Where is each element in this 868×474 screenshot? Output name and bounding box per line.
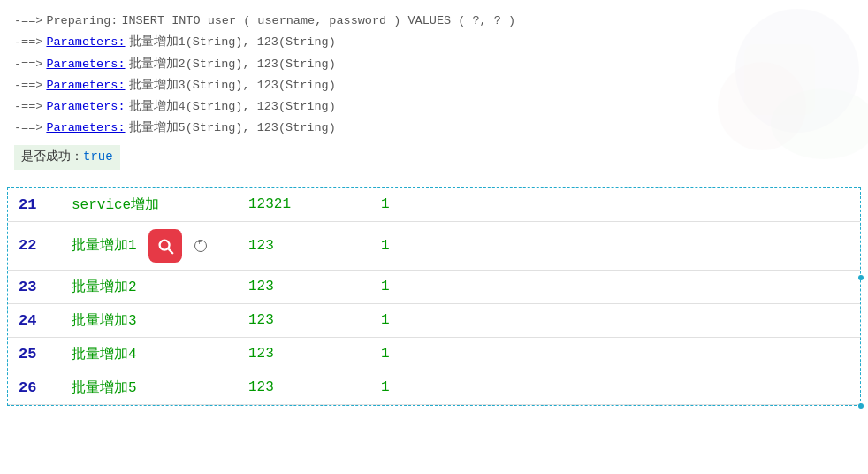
cell-username-24: 批量增加3 (61, 303, 238, 337)
success-label: 是否成功： (21, 149, 83, 164)
cell-extra-24 (441, 303, 860, 337)
log-section: -==> Preparing: INSERT INTO user ( usern… (0, 0, 868, 180)
table-row: 23 批量增加2 123 1 (8, 270, 860, 303)
cell-id-22: 22 (8, 221, 61, 270)
cell-id-21: 21 (8, 188, 61, 222)
username-text-22: 批量增加1 (72, 238, 137, 254)
arrow-5: -==> (14, 118, 42, 139)
table-row: 22 批量增加1 + 123 1 (8, 221, 860, 270)
arrow-1: -==> (14, 32, 42, 53)
cell-username-23: 批量增加2 (61, 270, 238, 303)
cell-id-23: 23 (8, 270, 61, 303)
table-row: 21 service增加 12321 1 (8, 188, 860, 222)
svg-point-4 (160, 240, 170, 249)
table-row: 25 批量增加4 123 1 (8, 337, 860, 371)
cell-password-25: 123 (238, 337, 370, 371)
parameters-value-3: 批量增加3(String), 123(String) (129, 75, 336, 96)
cell-status-25: 1 (370, 337, 441, 371)
resize-handle-mid (858, 275, 864, 280)
cell-extra-25 (441, 337, 860, 371)
cell-id-26: 26 (8, 371, 61, 404)
success-badge: 是否成功：true (14, 145, 120, 170)
cell-password-21: 12321 (238, 188, 370, 222)
cell-password-23: 123 (238, 270, 370, 303)
cell-extra-21 (441, 188, 860, 222)
log-param-line-1: -==> Parameters: 批量增加1(String), 123(Stri… (14, 32, 854, 53)
cell-status-26: 1 (370, 371, 441, 404)
log-preparing-line: -==> Preparing: INSERT INTO user ( usern… (14, 11, 854, 32)
cell-username-21: service增加 (61, 188, 238, 222)
data-table: 21 service增加 12321 1 22 批量增加1 (8, 188, 860, 405)
parameters-label-3[interactable]: Parameters: (46, 75, 125, 96)
cell-status-23: 1 (370, 270, 441, 303)
cell-status-21: 1 (370, 188, 441, 222)
parameters-value-4: 批量增加4(String), 123(String) (129, 96, 336, 118)
cell-password-22: 123 (238, 221, 370, 270)
search-icon (156, 236, 175, 256)
parameters-label-2[interactable]: Parameters: (46, 54, 125, 75)
cell-username-25: 批量增加4 (61, 337, 238, 371)
cell-extra-22 (441, 221, 860, 270)
arrow-preparing: -==> (14, 11, 42, 32)
cell-status-22: 1 (370, 221, 441, 270)
cell-password-24: 123 (238, 303, 370, 337)
log-param-line-3: -==> Parameters: 批量增加3(String), 123(Stri… (14, 75, 854, 96)
success-line: 是否成功：true (14, 143, 854, 170)
success-value: true (83, 149, 113, 164)
cursor-crosshair: + (194, 240, 207, 252)
cell-extra-26 (441, 371, 860, 404)
cell-username-26: 批量增加5 (61, 371, 238, 404)
arrow-3: -==> (14, 75, 42, 96)
parameters-label-1[interactable]: Parameters: (46, 32, 125, 53)
preparing-label: Preparing: (46, 11, 118, 32)
parameters-label-4[interactable]: Parameters: (46, 96, 125, 118)
cell-password-26: 123 (238, 371, 370, 404)
preparing-content: INSERT INTO user ( username, password ) … (121, 11, 515, 32)
parameters-value-1: 批量增加1(String), 123(String) (129, 32, 336, 53)
parameters-value-5: 批量增加5(String), 123(String) (129, 118, 336, 139)
resize-handle-bottom (858, 403, 864, 409)
search-button[interactable] (148, 229, 182, 263)
cell-status-24: 1 (370, 303, 441, 337)
table-wrapper: 21 service增加 12321 1 22 批量增加1 (7, 187, 861, 406)
arrow-2: -==> (14, 54, 42, 75)
cell-id-25: 25 (8, 337, 61, 371)
cell-extra-23 (441, 270, 860, 303)
log-param-line-2: -==> Parameters: 批量增加2(String), 123(Stri… (14, 54, 854, 75)
svg-line-5 (169, 249, 172, 253)
table-row: 24 批量增加3 123 1 (8, 303, 860, 337)
parameters-value-2: 批量增加2(String), 123(String) (129, 54, 336, 75)
arrow-4: -==> (14, 96, 42, 118)
parameters-label-5[interactable]: Parameters: (46, 118, 125, 139)
table-row: 26 批量增加5 123 1 (8, 371, 860, 404)
cell-id-24: 24 (8, 303, 61, 337)
log-param-line-4: -==> Parameters: 批量增加4(String), 123(Stri… (14, 96, 854, 118)
log-param-line-5: -==> Parameters: 批量增加5(String), 123(Stri… (14, 118, 854, 139)
cell-username-22: 批量增加1 + (61, 221, 238, 270)
